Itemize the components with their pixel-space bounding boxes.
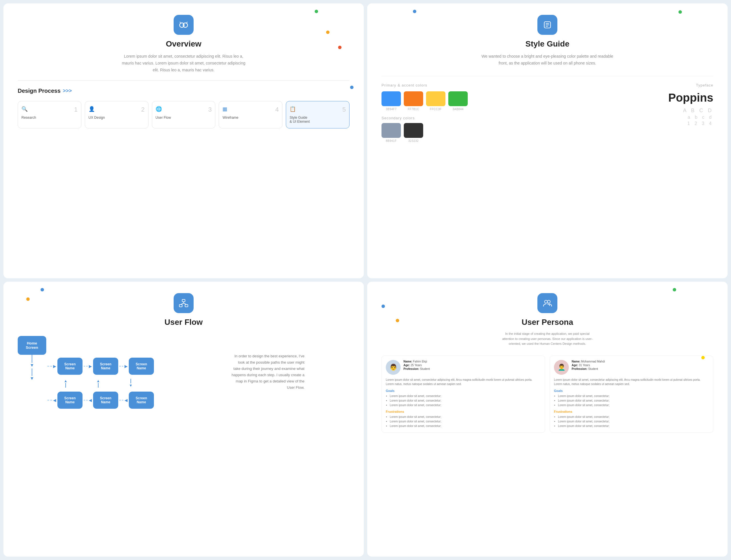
step-user-flow[interactable]: 🌐 3 User Flow xyxy=(152,101,215,128)
dot-green-2 xyxy=(678,10,682,14)
arrow-left-1: ◀ xyxy=(53,398,56,402)
persona-2-info: 👨‍🦱 Name: Mohammad Mahdi Age: 31 Years P… xyxy=(554,360,709,375)
step-style-guide[interactable]: 📋 5 Style Guide& UI Element xyxy=(286,101,349,128)
swatch-yellow-box xyxy=(426,91,446,106)
swatch-orange-label: FF7B1C xyxy=(408,108,419,111)
colors-block: Primary & accent colors 3B94F7 FF7B1C FF… xyxy=(382,83,574,145)
swatch-dark: 323232 xyxy=(404,123,423,142)
persona-2-goal-3: Lorem ipsum dolor sit amet, consectetur; xyxy=(558,403,709,408)
home-screen-box: HomeScreen xyxy=(18,336,46,355)
dot-blue-4 xyxy=(382,305,385,308)
user-persona-panel: User Persona In the initial stage of cre… xyxy=(367,282,728,557)
persona-header: User Persona In the initial stage of cre… xyxy=(382,293,713,351)
style-guide-icon: 📋 xyxy=(289,106,296,112)
step-wireframe[interactable]: ▦ 4 Wireframe xyxy=(219,101,282,128)
step-3-label: User Flow xyxy=(156,116,171,120)
swatch-blue-box xyxy=(382,91,401,106)
step-1-num: 1 xyxy=(74,106,78,113)
persona-2-frustrations-label: Frustrations xyxy=(554,410,709,413)
arrow-down-row2: ▼ xyxy=(129,383,133,388)
design-process-section: Design Process >>> xyxy=(18,88,349,94)
swatch-yellow: FFCC3F xyxy=(426,91,446,111)
persona-1-goals: Lorem ipsum dolor sit amet, consectetur;… xyxy=(386,394,541,408)
arrow-right-3: ▶ xyxy=(124,364,128,368)
h-dash-1 xyxy=(47,366,52,366)
swatch-dark-label: 323232 xyxy=(408,139,419,142)
dot-green-1 xyxy=(315,10,318,13)
step-2-num: 2 xyxy=(141,106,144,113)
flow-diagram: HomeScreen ▼ ▼ ▶ ScreenName ▶ Scree xyxy=(18,336,222,409)
svg-point-7 xyxy=(547,300,550,303)
dot-yellow-4 xyxy=(701,356,705,359)
persona-2-profession: Profession: Student xyxy=(572,367,605,370)
step-research[interactable]: 🔍 1 Research xyxy=(18,101,81,128)
swatch-gray: 8B941F xyxy=(382,123,401,142)
flow-icon xyxy=(178,298,189,309)
step-ux-design[interactable]: 👤 2 UX Design xyxy=(85,101,148,128)
typeface-block: Typeface Poppins A B C D a b c d 1 2 3 4 xyxy=(585,83,713,145)
persona-2-goals: Lorem ipsum dolor sit amet, consectetur;… xyxy=(554,394,709,408)
v-c-2 xyxy=(98,383,98,388)
swatch-blue-label: 3B94F7 xyxy=(386,108,397,111)
swatch-orange-box xyxy=(404,91,423,106)
persona-1-goal-1: Lorem ipsum dolor sit amet, consectetur; xyxy=(390,394,541,398)
research-icon: 🔍 xyxy=(21,106,28,112)
screen-box-6: ScreenName xyxy=(129,392,154,409)
step-3-num: 3 xyxy=(208,106,211,113)
flow-row-2: ◀ ScreenName ◀ ScreenName ◀ ScreenName xyxy=(47,392,154,409)
dot-blue-1 xyxy=(350,86,353,89)
style-guide-header: Style Guide We wanted to choose a bright… xyxy=(382,15,713,67)
style-guide-description: We wanted to choose a bright and eye-ple… xyxy=(479,53,616,67)
persona-1-frustration-2: Lorem ipsum dolor sit amet, consectetur; xyxy=(390,419,541,424)
persona-1-frustration-3: Lorem ipsum dolor sit amet, consectetur; xyxy=(390,424,541,428)
persona-2-frustration-2: Lorem ipsum dolor sit amet, consectetur; xyxy=(558,419,709,424)
persona-card-1: 👨 Name: Fahim Ekşi Age: 25 Years Profess… xyxy=(382,356,545,433)
svg-rect-3 xyxy=(182,299,185,302)
v-connectors-row: ▲ ▲ ▼ xyxy=(47,379,154,388)
user-flow-icon-box xyxy=(174,293,194,313)
step-4-label: Wireframe xyxy=(222,116,238,120)
arrow-left-2: ◀ xyxy=(89,398,92,402)
persona-2-name: Name: Mohammad Mahdi xyxy=(572,360,605,363)
persona-2-goals-label: Goals xyxy=(554,389,709,392)
swatch-orange: FF7B1C xyxy=(404,91,423,111)
h-dash-5 xyxy=(84,400,88,400)
swatch-green-label: 3AB844 xyxy=(453,108,464,111)
persona-2-age: Age: 31 Years xyxy=(572,364,605,367)
divider-2 xyxy=(382,76,713,76)
swatch-blue: 3B94F7 xyxy=(382,91,401,111)
persona-1-profession: Profession: Student xyxy=(404,367,430,370)
arrow-up-2: ▲ xyxy=(96,379,100,383)
dot-red-1 xyxy=(338,46,341,49)
step-5-label: Style Guide& UI Element xyxy=(289,116,310,124)
swatch-green-box xyxy=(448,91,468,106)
primary-swatches: 3B94F7 FF7B1C FFCC3F 3AB844 xyxy=(382,91,574,111)
svg-rect-4 xyxy=(179,305,182,307)
dot-blue-3 xyxy=(41,288,44,291)
divider-1 xyxy=(18,80,349,81)
swatch-green: 3AB844 xyxy=(448,91,468,111)
persona-2-goal-2: Lorem ipsum dolor sit amet, consectetur; xyxy=(558,398,709,403)
overview-icon-box xyxy=(174,15,194,35)
persona-1-name: Name: Fahim Ekşi xyxy=(404,360,430,363)
persona-1-goal-3: Lorem ipsum dolor sit amet, consectetur; xyxy=(390,403,541,408)
persona-1-details: Name: Fahim Ekşi Age: 25 Years Professio… xyxy=(404,360,430,371)
ux-design-icon: 👤 xyxy=(88,106,95,112)
typeface-label: Typeface xyxy=(585,83,713,87)
dot-orange-1 xyxy=(326,31,329,34)
h-dash-3 xyxy=(119,366,123,366)
persona-1-info: 👨 Name: Fahim Ekşi Age: 25 Years Profess… xyxy=(386,360,541,375)
user-flow-icon: 🌐 xyxy=(156,106,162,112)
persona-1-frustration-1: Lorem ipsum dolor sit amet, consectetur; xyxy=(390,415,541,419)
overview-description: Lorem ipsum dolor sit amet, consectetur … xyxy=(121,53,246,73)
dot-blue-2 xyxy=(413,10,416,13)
user-flow-description: In order to design the best experience, … xyxy=(230,353,304,391)
design-process-label: Design Process xyxy=(18,88,61,94)
flow-row-1: ▶ ScreenName ▶ ScreenName ▶ ScreenName xyxy=(47,358,154,375)
overview-panel: Overview Lorem ipsum dolor sit amet, con… xyxy=(3,3,364,278)
secondary-swatches: 8B941F 323232 xyxy=(382,123,574,142)
swatch-dark-box xyxy=(404,123,423,138)
arrows-icon: >>> xyxy=(63,88,72,94)
persona-1-frustrations-label: Frustrations xyxy=(386,410,541,413)
persona-1-goals-label: Goals xyxy=(386,389,541,392)
